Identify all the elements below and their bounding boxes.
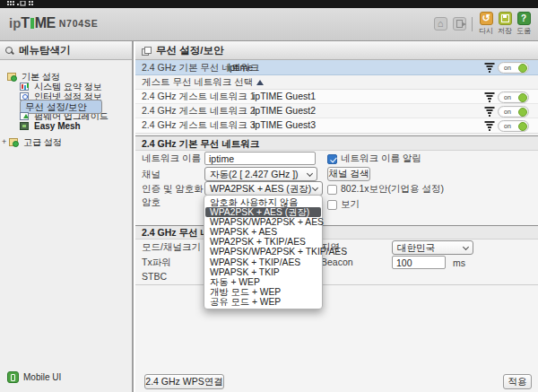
dropdown-option[interactable]: WPAPSK + TKIP/AES [205,257,321,267]
guest3-network-row[interactable]: 2.4 GHz 게스트 네트워크 3 ipTIME Guest3 on [135,118,538,134]
home-button[interactable]: ⌂ [431,12,449,30]
logout-icon [453,17,466,30]
apply-button[interactable]: 적용 [503,374,532,389]
dropdown-option[interactable]: 공유 모드 + WEP [205,297,321,307]
search-icon [5,47,13,55]
beacon-interval-input[interactable] [392,256,446,269]
checked-checkbox-icon [327,154,337,164]
wifi-signal-icon [483,62,495,73]
refresh-button[interactable]: ↺ 다시 [477,12,495,36]
refresh-label: 다시 [479,26,493,36]
auth-method-dropdown-list: 암호화 사용하지 않음 WPA2PSK + AES (권장) WPAPSK/WP… [204,195,323,309]
mobile-ui-label: Mobile UI [23,372,61,382]
menu-explorer-header: 메뉴탐색기 [0,41,132,60]
unchecked-checkbox-icon [327,200,337,210]
folder-gear-icon [7,73,16,81]
help-icon: ? [517,12,531,25]
tx-power-row: Tx파워 Beacon ms [135,256,538,270]
sidebar-item-advanced-settings[interactable]: + 고급 설정 [0,137,132,147]
logo-t: T [21,16,29,30]
chevron-down-icon [463,244,469,250]
toggle-knob [518,108,527,117]
stbc-row: STBC [135,270,538,285]
dropdown-option[interactable]: WPA2PSK + TKIP/AES [205,237,321,247]
dropdown-option[interactable]: WPAPSK/WPA2PSK + AES [205,217,321,227]
broadcast-ssid-checkbox[interactable]: 네트워크 이름 알림 [327,152,421,165]
mobile-phone-icon [7,371,19,383]
model-name: N704SE [59,18,99,30]
primary-network-row[interactable]: 2.4 GHz 기본 무선 네트워크 iptime on [135,60,538,75]
dropdown-option-selected[interactable]: WPA2PSK + AES (권장) [205,207,321,217]
channel-select[interactable]: 자동(2 [ 2.427 GHz ]) [204,167,317,181]
network-name-input[interactable] [204,152,316,165]
sidebar-item-system-summary[interactable]: 시스템 요약 정보 [0,82,132,91]
primary-on-toggle[interactable]: on [498,62,529,74]
help-label: 도움 [516,26,531,36]
guest2-network-row[interactable]: 2.4 GHz 게스트 네트워크 2 ipTIME Guest2 on [135,104,538,118]
guest3-on-toggle[interactable]: on [498,120,529,132]
top-strip [0,0,538,8]
auth-method-select[interactable]: WPA2PSK + AES (권장) [204,181,323,196]
region-select[interactable]: 대한민국 [392,240,473,255]
help-button[interactable]: ? 도움 [515,12,533,36]
sidebar-item-wireless-security[interactable]: 무선 설정/보안 [0,101,132,111]
firmware-upload-icon [20,112,29,120]
guest-network-select-row[interactable]: 게스트 무선 네트워크 선택 [135,75,538,90]
sidebar-item-basic-settings[interactable]: 기본 설정 [0,72,132,82]
menu-explorer-title: 메뉴탐색기 [19,44,71,57]
dropdown-option[interactable]: 암호화 사용하지 않음 [205,197,321,207]
iptime-logo: ipTMEN704SE [9,16,99,30]
beacon-unit: ms [453,257,465,268]
channel-scan-button[interactable]: 채널 검색 [327,167,370,181]
toggle-knob [518,93,527,102]
toggle-knob [518,122,527,131]
refresh-icon: ↺ [480,12,493,25]
page-title-bar: 무선 설정/보안 [135,41,538,60]
main-content: 무선 설정/보안 2.4 GHz 기본 무선 네트워크 iptime on 게스… [135,41,538,392]
logo-green-bar-icon [30,18,34,29]
dropdown-option[interactable]: WPAPSK + AES [205,227,321,237]
dropdown-option[interactable]: 자동 + WEP [205,277,321,287]
enterprise-security-checkbox[interactable]: 802.1x보안(기업용 설정) [327,183,444,196]
sidebar-item-easy-mesh[interactable]: Easy Mesh [0,121,132,131]
show-password-checkbox[interactable]: 보기 [327,198,360,211]
guest1-ssid: ipTIME Guest1 [253,90,316,103]
expand-plus-icon[interactable]: + [2,137,9,147]
save-button[interactable]: 저장 [496,12,514,36]
app-header: ipTMEN704SE ⌂ ↺ 다시 저장 ? 도움 [0,8,538,41]
guest3-ssid: ipTIME Guest3 [253,118,316,132]
toggle-knob [518,64,527,73]
channel-row: 채널 자동(2 [ 2.427 GHz ]) 채널 검색 [135,167,538,182]
dropdown-option[interactable]: WPAPSK + TKIP [205,267,321,277]
dropdown-option[interactable]: WPAPSK/WPA2PSK + TKIP/AES [205,247,321,257]
unchecked-checkbox-icon [327,185,337,195]
dropdown-option[interactable]: 개방 모드 + WEP [205,287,321,297]
wifi-signal-icon [483,106,495,117]
collapse-triangle-icon[interactable] [256,80,264,85]
wifi-signal-icon [483,91,495,102]
menu-tree: 기본 설정 시스템 요약 정보 인터넷 설정 정보 무선 설정/보안 펌웨어 업… [0,72,132,147]
save-icon [499,12,512,25]
auth-encryption-row: 인증 및 암호화 WPA2PSK + AES (권장) 802.1x보안(기업용… [135,182,538,196]
basic-section-header: 2.4 GHz 기본 무선 네트워크 [135,135,538,151]
mesh-icon [20,122,29,130]
toolbar-divider [472,17,473,31]
guest1-network-row[interactable]: 2.4 GHz 게스트 네트워크 1 ipTIME Guest1 on [135,90,538,104]
guest2-ssid: ipTIME Guest2 [253,104,316,118]
logo-ip: ip [9,16,21,30]
pixel-pattern-icon [7,1,43,7]
chart-icon [20,83,29,91]
advanced-section-header: 2.4 GHz 무선 네트 [135,225,538,240]
header-toolbar: ⌂ ↺ 다시 저장 ? 도움 [430,12,533,36]
wps-connect-button[interactable]: 2.4 GHz WPS연결 [144,374,224,389]
guest1-on-toggle[interactable]: on [498,91,529,103]
chevron-down-icon [307,170,313,177]
beacon-label: Beacon [321,256,353,269]
mobile-ui-link[interactable]: Mobile UI [7,371,61,383]
logout-button[interactable] [450,12,468,30]
page-title: 무선 설정/보안 [156,44,223,57]
guest2-on-toggle[interactable]: on [498,106,529,118]
password-row: 암호 보기 [135,196,538,212]
folder-gear-icon [9,138,18,146]
sidebar: 메뉴탐색기 기본 설정 시스템 요약 정보 인터넷 설정 정보 무선 설정/보안… [0,41,134,392]
